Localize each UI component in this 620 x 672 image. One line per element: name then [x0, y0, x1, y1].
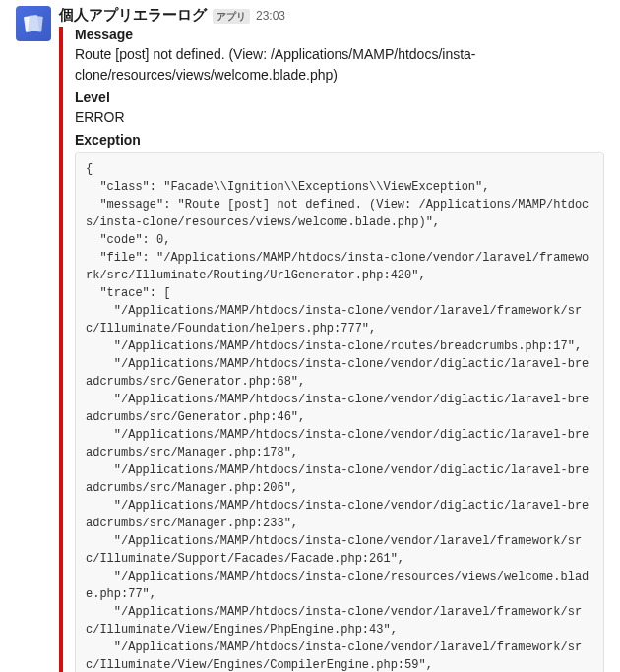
app-badge: アプリ	[213, 9, 250, 24]
app-icon	[22, 12, 45, 35]
field-exception-label: Exception	[75, 132, 604, 148]
message-header: 個人アプリエラーログ アプリ 23:03	[59, 6, 604, 25]
error-attachment: Message Route [post] not defined. (View:…	[59, 27, 604, 672]
field-level-label: Level	[75, 90, 604, 105]
exception-code-block[interactable]: { "class": "Facade\\Ignition\\Exceptions…	[75, 152, 604, 672]
message-timestamp[interactable]: 23:03	[256, 9, 285, 23]
message-container: 個人アプリエラーログ アプリ 23:03 Message Route [post…	[0, 0, 620, 672]
field-message-label: Message	[75, 27, 604, 42]
message-content: 個人アプリエラーログ アプリ 23:03 Message Route [post…	[59, 6, 604, 672]
app-name[interactable]: 個人アプリエラーログ	[59, 6, 207, 25]
svg-rect-1	[28, 15, 43, 31]
field-level-value: ERROR	[75, 107, 604, 128]
app-avatar[interactable]	[16, 6, 51, 41]
field-message-value: Route [post] not defined. (View: /Applic…	[75, 44, 604, 86]
